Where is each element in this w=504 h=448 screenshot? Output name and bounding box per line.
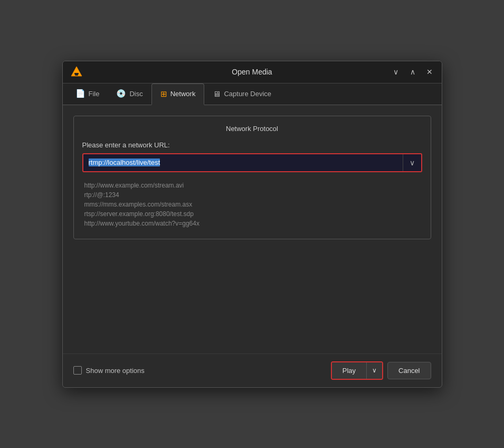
open-media-dialog: Open Media ∨ ∧ ✕ 📄 File 💿 Disc ⊞ Network xyxy=(62,61,442,388)
examples-list: http://www.example.com/stream.avi rtp://… xyxy=(82,179,422,230)
url-field-label: Please enter a network URL: xyxy=(82,141,422,149)
tab-network[interactable]: ⊞ Network xyxy=(151,83,205,105)
cancel-button[interactable]: Cancel xyxy=(387,362,431,379)
network-protocol-panel: Network Protocol Please enter a network … xyxy=(73,116,431,239)
play-button-group: Play ∨ xyxy=(331,361,383,380)
tab-capture[interactable]: 🖥 Capture Device xyxy=(204,83,280,105)
file-icon: 📄 xyxy=(75,89,85,98)
example-item[interactable]: rtp://@:1234 xyxy=(82,190,422,200)
example-item[interactable]: mms://mms.examples.com/stream.asx xyxy=(82,200,422,209)
titlebar: Open Media ∨ ∧ ✕ xyxy=(63,61,442,83)
minimize-button[interactable]: ∨ xyxy=(389,65,403,79)
play-button[interactable]: Play xyxy=(332,362,366,379)
network-icon: ⊞ xyxy=(160,89,167,99)
play-dropdown-icon: ∨ xyxy=(372,367,377,374)
url-input-container[interactable]: rtmp://localhost/live/test ∨ xyxy=(82,153,422,172)
titlebar-title: Open Media xyxy=(232,68,272,76)
capture-icon: 🖥 xyxy=(213,89,221,98)
action-buttons: Play ∨ Cancel xyxy=(331,361,431,380)
tab-bar: 📄 File 💿 Disc ⊞ Network 🖥 Capture Device xyxy=(63,83,442,105)
play-dropdown-button[interactable]: ∨ xyxy=(366,362,382,379)
vlc-logo xyxy=(69,64,84,79)
example-item[interactable]: http://www.yourtube.com/watch?v=gg64x xyxy=(82,219,422,228)
spacer xyxy=(73,248,431,343)
tab-file[interactable]: 📄 File xyxy=(67,83,108,105)
close-icon: ✕ xyxy=(426,68,433,76)
tab-network-label: Network xyxy=(170,90,196,98)
show-more-options-checkbox[interactable] xyxy=(73,366,82,375)
maximize-button[interactable]: ∧ xyxy=(406,65,420,79)
example-item[interactable]: http://www.example.com/stream.avi xyxy=(82,181,422,190)
chevron-down-icon: ∨ xyxy=(410,158,415,167)
titlebar-controls: ∨ ∧ ✕ xyxy=(389,65,436,79)
show-more-options-label[interactable]: Show more options xyxy=(73,366,145,375)
minimize-icon: ∨ xyxy=(393,68,398,76)
svg-rect-2 xyxy=(75,74,78,76)
url-display[interactable]: rtmp://localhost/live/test xyxy=(83,154,403,171)
close-button[interactable]: ✕ xyxy=(423,65,436,79)
main-content: Network Protocol Please enter a network … xyxy=(63,105,442,353)
url-selected-text: rtmp://localhost/live/test xyxy=(89,158,160,166)
tab-capture-label: Capture Device xyxy=(224,90,271,98)
tab-disc[interactable]: 💿 Disc xyxy=(108,83,151,105)
disc-icon: 💿 xyxy=(116,89,126,98)
tab-file-label: File xyxy=(89,90,100,98)
tab-disc-label: Disc xyxy=(129,90,142,98)
url-dropdown-button[interactable]: ∨ xyxy=(403,154,421,171)
example-item[interactable]: rtsp://server.example.org:8080/test.sdp xyxy=(82,209,422,219)
maximize-icon: ∧ xyxy=(410,68,415,76)
show-more-options-text: Show more options xyxy=(86,367,145,375)
panel-title: Network Protocol xyxy=(82,125,422,133)
svg-rect-1 xyxy=(74,73,79,74)
bottom-bar: Show more options Play ∨ Cancel xyxy=(63,353,442,387)
